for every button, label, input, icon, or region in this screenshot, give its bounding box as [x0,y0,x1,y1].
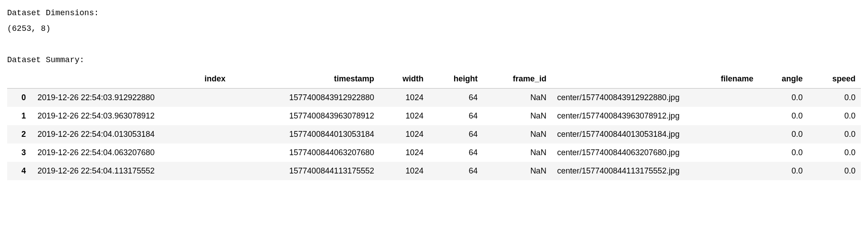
header-col-speed: speed [808,70,861,89]
cell-index: 2019-12-26 22:54:04.113175552 [32,162,231,180]
table-row: 2 2019-12-26 22:54:04.013053184 15774008… [7,125,861,144]
cell-index: 2019-12-26 22:54:04.063207680 [32,144,231,162]
output-blank-line [7,38,861,51]
cell-filename: center/1577400844113175552.jpg [552,162,759,180]
table-body: 0 2019-12-26 22:54:03.912922880 15774008… [7,89,861,181]
cell-filename: center/1577400843912922880.jpg [552,89,759,107]
output-dimensions-value: (6253, 8) [7,23,861,35]
output-summary-label: Dataset Summary: [7,54,861,66]
table-header-row: index timestamp width height frame_id fi… [7,70,861,89]
cell-width: 1024 [380,162,429,180]
row-index-cell: 3 [7,144,32,162]
cell-width: 1024 [380,125,429,144]
cell-frame-id: NaN [483,144,552,162]
cell-timestamp: 1577400843912922880 [231,89,380,107]
cell-timestamp: 1577400844113175552 [231,162,380,180]
cell-speed: 0.0 [808,125,861,144]
table-row: 4 2019-12-26 22:54:04.113175552 15774008… [7,162,861,180]
cell-angle: 0.0 [759,125,808,144]
row-index-cell: 2 [7,125,32,144]
cell-height: 64 [429,107,483,125]
header-rowindex-blank [7,70,32,89]
cell-index: 2019-12-26 22:54:04.013053184 [32,125,231,144]
cell-speed: 0.0 [808,162,861,180]
cell-angle: 0.0 [759,144,808,162]
cell-timestamp: 1577400844013053184 [231,125,380,144]
cell-speed: 0.0 [808,89,861,107]
cell-angle: 0.0 [759,89,808,107]
cell-height: 64 [429,89,483,107]
cell-angle: 0.0 [759,107,808,125]
cell-index: 2019-12-26 22:54:03.912922880 [32,89,231,107]
table-header: index timestamp width height frame_id fi… [7,70,861,89]
cell-height: 64 [429,144,483,162]
row-index-cell: 4 [7,162,32,180]
cell-filename: center/1577400844013053184.jpg [552,125,759,144]
cell-filename: center/1577400843963078912.jpg [552,107,759,125]
cell-speed: 0.0 [808,107,861,125]
row-index-cell: 1 [7,107,32,125]
header-col-timestamp: timestamp [231,70,380,89]
cell-height: 64 [429,162,483,180]
cell-index: 2019-12-26 22:54:03.963078912 [32,107,231,125]
cell-frame-id: NaN [483,107,552,125]
cell-frame-id: NaN [483,162,552,180]
table-row: 3 2019-12-26 22:54:04.063207680 15774008… [7,144,861,162]
table-row: 1 2019-12-26 22:54:03.963078912 15774008… [7,107,861,125]
row-index-cell: 0 [7,89,32,107]
output-dimensions-label: Dataset Dimensions: [7,7,861,19]
header-col-filename: filename [552,70,759,89]
cell-width: 1024 [380,144,429,162]
cell-angle: 0.0 [759,162,808,180]
table-row: 0 2019-12-26 22:54:03.912922880 15774008… [7,89,861,107]
dataframe-table: index timestamp width height frame_id fi… [7,70,861,180]
header-col-width: width [380,70,429,89]
cell-timestamp: 1577400843963078912 [231,107,380,125]
cell-width: 1024 [380,89,429,107]
header-col-index: index [32,70,231,89]
header-col-frame-id: frame_id [483,70,552,89]
cell-speed: 0.0 [808,144,861,162]
header-col-angle: angle [759,70,808,89]
cell-filename: center/1577400844063207680.jpg [552,144,759,162]
header-col-height: height [429,70,483,89]
cell-frame-id: NaN [483,89,552,107]
cell-width: 1024 [380,107,429,125]
cell-timestamp: 1577400844063207680 [231,144,380,162]
cell-frame-id: NaN [483,125,552,144]
cell-height: 64 [429,125,483,144]
